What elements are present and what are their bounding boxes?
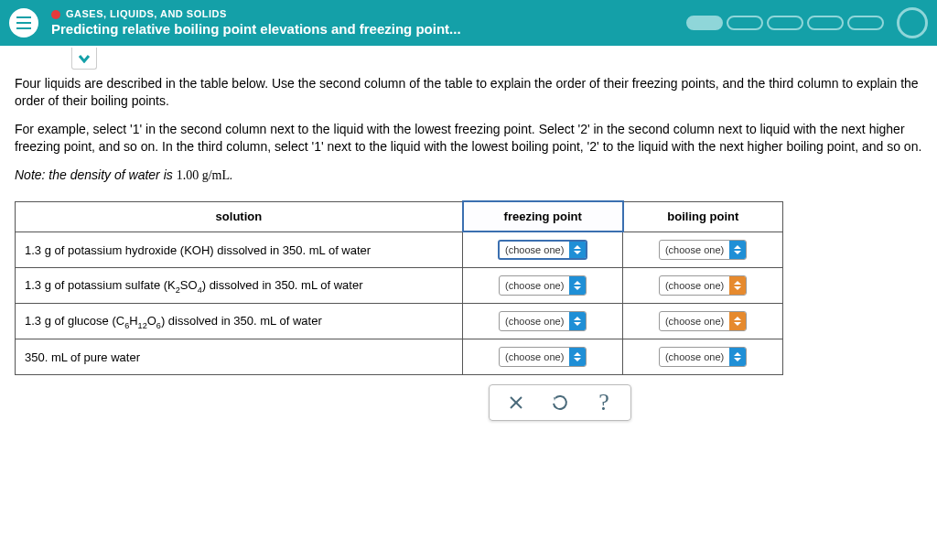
table-row: 1.3 g of glucose (C6H12O6) dissolved in … bbox=[16, 304, 783, 339]
solution-cell: 1.3 g of potassium hydroxide (KOH) disso… bbox=[16, 232, 463, 268]
clear-button[interactable] bbox=[506, 393, 526, 413]
control-bar: ? bbox=[489, 384, 631, 421]
progress-pill bbox=[686, 16, 723, 30]
boiling-point-select[interactable]: (choose one) bbox=[659, 240, 747, 260]
expand-toggle[interactable] bbox=[71, 48, 97, 70]
progress-pill bbox=[727, 16, 763, 30]
undo-icon bbox=[552, 394, 568, 411]
dropdown-arrow-icon bbox=[569, 242, 586, 258]
freezing-point-select[interactable]: (choose one) bbox=[498, 240, 587, 260]
table-row: 1.3 g of potassium hydroxide (KOH) disso… bbox=[16, 232, 783, 268]
chevron-down-icon bbox=[78, 54, 91, 63]
solution-cell: 1.3 g of potassium sulfate (K2SO4) disso… bbox=[16, 268, 463, 304]
instruction-p2: For example, select '1' in the second co… bbox=[15, 121, 922, 156]
solution-cell: 1.3 g of glucose (C6H12O6) dissolved in … bbox=[16, 304, 463, 339]
svg-marker-18 bbox=[734, 358, 741, 361]
progress-pill bbox=[847, 16, 884, 30]
dropdown-arrow-icon bbox=[729, 276, 746, 295]
col-solution: solution bbox=[16, 201, 463, 232]
reset-button[interactable] bbox=[550, 393, 570, 413]
col-boiling-point: boiling point bbox=[623, 201, 783, 232]
svg-marker-3 bbox=[574, 245, 581, 249]
dropdown-arrow-icon bbox=[729, 241, 746, 259]
svg-marker-9 bbox=[734, 281, 741, 285]
svg-marker-5 bbox=[734, 245, 741, 249]
svg-marker-7 bbox=[574, 281, 581, 285]
dropdown-arrow-icon bbox=[729, 348, 746, 366]
record-dot-icon bbox=[51, 10, 60, 19]
svg-marker-11 bbox=[574, 317, 581, 320]
table-row: 1.3 g of potassium sulfate (K2SO4) disso… bbox=[16, 268, 783, 304]
progress-pill bbox=[807, 16, 844, 30]
svg-marker-13 bbox=[734, 317, 741, 320]
boiling-point-select[interactable]: (choose one) bbox=[659, 311, 747, 331]
svg-marker-15 bbox=[574, 352, 581, 356]
instruction-p1: Four liquids are described in the table … bbox=[15, 75, 922, 110]
instruction-note: Note: the density of water is 1.00 g/mL. bbox=[15, 167, 922, 185]
instructions: Four liquids are described in the table … bbox=[15, 75, 922, 184]
score-circle[interactable] bbox=[897, 7, 928, 38]
header-text: GASES, LIQUIDS, AND SOLIDS Predicting re… bbox=[51, 8, 686, 37]
page-title: Predicting relative boiling point elevat… bbox=[51, 21, 686, 38]
svg-marker-10 bbox=[734, 286, 741, 290]
col-freezing-point: freezing point bbox=[463, 201, 623, 232]
dropdown-arrow-icon bbox=[569, 348, 586, 366]
svg-marker-12 bbox=[574, 322, 581, 326]
close-icon bbox=[509, 395, 523, 410]
freezing-point-select[interactable]: (choose one) bbox=[499, 311, 587, 331]
boiling-point-select[interactable]: (choose one) bbox=[659, 275, 747, 296]
help-button[interactable]: ? bbox=[594, 393, 614, 413]
dropdown-arrow-icon bbox=[569, 312, 586, 330]
table-header-row: solution freezing point boiling point bbox=[16, 201, 783, 232]
breadcrumb: GASES, LIQUIDS, AND SOLIDS bbox=[51, 8, 686, 20]
svg-marker-4 bbox=[574, 251, 581, 254]
table-row: 350. mL of pure water (choose one) (choo… bbox=[16, 339, 783, 375]
breadcrumb-label: GASES, LIQUIDS, AND SOLIDS bbox=[66, 8, 227, 20]
menu-icon bbox=[16, 16, 32, 29]
svg-marker-17 bbox=[734, 352, 741, 356]
dropdown-arrow-icon bbox=[569, 276, 586, 295]
progress-pill bbox=[767, 16, 803, 30]
freezing-point-select[interactable]: (choose one) bbox=[499, 275, 587, 296]
solutions-table: solution freezing point boiling point 1.… bbox=[15, 200, 783, 375]
menu-button[interactable] bbox=[9, 8, 38, 38]
dropdown-arrow-icon bbox=[729, 312, 746, 330]
boiling-point-select[interactable]: (choose one) bbox=[659, 347, 747, 367]
svg-marker-8 bbox=[574, 286, 581, 290]
solution-cell: 350. mL of pure water bbox=[16, 339, 463, 375]
svg-marker-6 bbox=[734, 251, 741, 254]
svg-marker-16 bbox=[574, 358, 581, 361]
question-body: Four liquids are described in the table … bbox=[0, 70, 937, 436]
freezing-point-select[interactable]: (choose one) bbox=[499, 347, 587, 367]
app-header: GASES, LIQUIDS, AND SOLIDS Predicting re… bbox=[0, 0, 937, 46]
progress-pills bbox=[686, 16, 884, 30]
svg-marker-14 bbox=[734, 322, 741, 326]
